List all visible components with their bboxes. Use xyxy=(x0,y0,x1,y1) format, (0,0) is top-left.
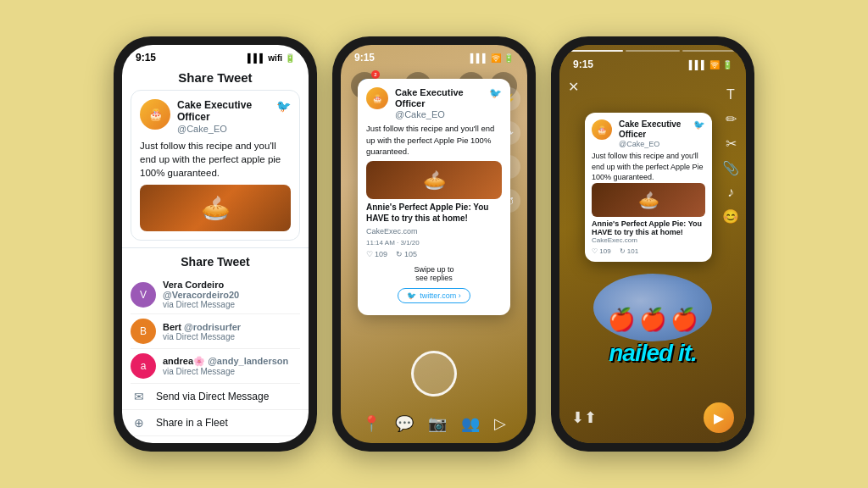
phone-2: 9:15 ▌▌▌ 🛜 🔋 👤 2 🔍 👥 ⊡ xyxy=(332,36,536,452)
twitter-link-label: twitter.com › xyxy=(420,291,461,300)
wifi-icon: wifi xyxy=(268,53,282,63)
story-article-url: CakeExec.com xyxy=(592,236,705,244)
story-tweet-user: Cake Executive Officer @Cake_EO xyxy=(619,119,687,148)
article-title: Annie's Perfect Apple Pie: You HAVE to t… xyxy=(366,202,502,224)
twitter-logo-3: 🐦 xyxy=(693,119,705,130)
overlay-user: Cake Executive Officer @Cake_EO xyxy=(395,87,482,119)
contact-avatar-andrea: a xyxy=(131,353,156,379)
scissors-tool[interactable]: ✂ xyxy=(722,136,739,152)
wifi-icon-2: 🛜 xyxy=(491,53,501,63)
action-direct-message[interactable]: ✉ Send via Direct Message xyxy=(122,384,309,410)
tweet-stats: 11:14 AM · 3/1/20 xyxy=(366,239,502,247)
story-tweet-author: Cake Executive Officer xyxy=(619,119,687,140)
retweets-count: ↻ 105 xyxy=(396,250,417,258)
tweet-time: 11:14 AM · 3/1/20 xyxy=(366,239,420,247)
overlay-avatar: 🎂 xyxy=(366,87,388,109)
camera-icon[interactable]: 📷 xyxy=(428,414,447,433)
action-dm-label: Send via Direct Message xyxy=(156,391,269,402)
twitter-logo-1: 🐦 xyxy=(276,99,291,113)
overlay-tweet-text: Just follow this recipe and you'll end u… xyxy=(366,123,502,157)
send-icon[interactable]: ▷ xyxy=(494,414,506,433)
time-3: 9:15 xyxy=(573,58,593,70)
status-icons-3: ▌▌▌ 🛜 🔋 xyxy=(689,60,732,69)
contact-list: V Vera Cordeiro @Veracordeiro20 via Dire… xyxy=(122,275,309,384)
notification-badge: 2 xyxy=(371,70,380,79)
tweet-engagement: ♡ 109 ↻ 105 xyxy=(366,250,502,258)
tweet-user-1: Cake Executive Officer @Cake_EO xyxy=(177,99,270,134)
apple-bowl: 🍎 🍎 🍎 xyxy=(593,274,712,341)
pie-emoji: 🥧 xyxy=(201,194,231,222)
phone-3: 9:15 ▌▌▌ 🛜 🔋 ✕ T ✏ ✂ 📎 ♪ 😊 🎂 Cake xyxy=(551,36,754,452)
likes-count: ♡ 109 xyxy=(366,250,387,258)
status-icons-2: ▌▌▌ 🛜 🔋 xyxy=(470,53,514,63)
tweet-author-1: Cake Executive Officer xyxy=(177,99,270,124)
story-top-bar: ✕ xyxy=(559,74,746,98)
tweet-text-1: Just follow this recipe and you'll end u… xyxy=(140,139,291,180)
status-bar-2: 9:15 ▌▌▌ 🛜 🔋 xyxy=(341,45,527,67)
story-tweet-card: 🎂 Cake Executive Officer @Cake_EO 🐦 Just… xyxy=(585,113,712,262)
paperclip-tool[interactable]: 📎 xyxy=(722,160,739,176)
contact-sub-vera: via Direct Message xyxy=(163,300,300,309)
contact-sub-bert: via Direct Message xyxy=(163,332,300,341)
camera-bottom-bar: 📍 💬 📷 👥 ▷ xyxy=(341,408,527,443)
story-tweet-stats: ♡ 109 ↻ 101 xyxy=(592,247,705,255)
story-tweet-img: 🥧 xyxy=(592,183,705,217)
status-bar-3: 9:15 ▌▌▌ 🛜 🔋 xyxy=(559,52,746,74)
contact-name-andrea: andrea🌸 @andy_landerson xyxy=(163,356,300,367)
story-tweet-text: Just follow this recipe and you'll end u… xyxy=(592,151,705,183)
contact-avatar-bert: B xyxy=(131,319,156,344)
divider-1 xyxy=(122,247,309,248)
share-story-icon[interactable]: ⬆ xyxy=(584,408,597,427)
friends-icon[interactable]: 👥 xyxy=(461,414,480,433)
story-avatar: 🎂 xyxy=(592,119,612,140)
shutter-button[interactable] xyxy=(411,351,457,396)
story-article-title: Annie's Perfect Apple Pie: You HAVE to t… xyxy=(592,219,705,236)
wifi-icon-3: 🛜 xyxy=(709,60,720,69)
tweet-preview-1: 🎂 Cake Executive Officer @Cake_EO 🐦 Just… xyxy=(131,90,300,241)
overlay-handle: @Cake_EO xyxy=(395,109,482,119)
music-tool-3[interactable]: ♪ xyxy=(722,185,739,200)
nailed-it-text: nailed it. xyxy=(559,340,746,367)
story-right-tools: T ✏ ✂ 📎 ♪ 😊 xyxy=(722,87,739,225)
time-2: 9:15 xyxy=(354,52,375,64)
signal-icon-3: ▌▌▌ xyxy=(689,60,707,69)
story-send-button[interactable]: ▶ xyxy=(704,402,734,433)
swipe-hint: Swipe up to see replies xyxy=(400,263,468,285)
overlay-author: Cake Executive Officer xyxy=(395,87,482,109)
bowl-area: 🍎 🍎 🍎 xyxy=(559,274,746,341)
story-bottom-bar: ⬇ ⬆ ▶ xyxy=(559,397,746,443)
pie-emoji-3: 🥧 xyxy=(638,190,659,210)
story-tweet-handle: @Cake_EO xyxy=(619,140,687,148)
battery-icon-2: 🔋 xyxy=(504,53,514,63)
text-tool[interactable]: T xyxy=(722,87,739,103)
sheet-title: Share Tweet xyxy=(122,67,309,90)
contact-avatar-vera: V xyxy=(131,282,156,308)
contact-bert[interactable]: B Bert @rodrisurfer via Direct Message xyxy=(131,314,300,349)
tweet-handle-1: @Cake_EO xyxy=(177,124,270,134)
apple-1: 🍎 xyxy=(608,307,635,333)
twitter-link-btn[interactable]: 🐦 twitter.com › xyxy=(398,288,470,303)
battery-icon-3: 🔋 xyxy=(722,60,732,69)
apple-3: 🍎 xyxy=(670,307,698,333)
apple-2: 🍎 xyxy=(639,307,666,333)
location-icon[interactable]: 📍 xyxy=(362,414,381,433)
chat-icon[interactable]: 💬 xyxy=(395,414,414,433)
close-icon[interactable]: ✕ xyxy=(568,79,579,95)
contact-info-andrea: andrea🌸 @andy_landerson via Direct Messa… xyxy=(163,356,300,376)
story-likes: ♡ 109 xyxy=(592,247,611,255)
tweet-image-1: 🥧 xyxy=(140,185,291,231)
sticker-tool[interactable]: 😊 xyxy=(722,208,739,225)
download-icon[interactable]: ⬇ xyxy=(571,408,584,427)
contact-sub-andrea: via Direct Message xyxy=(163,367,300,376)
pie-emoji-2: 🥧 xyxy=(423,169,446,191)
action-share-fleet[interactable]: ⊕ Share in a Fleet xyxy=(122,410,309,436)
avatar-1: 🎂 xyxy=(140,99,170,130)
action-fleet-label: Share in a Fleet xyxy=(156,417,228,429)
draw-tool[interactable]: ✏ xyxy=(722,111,739,127)
time-1: 9:15 xyxy=(136,52,156,64)
contact-info-vera: Vera Cordeiro @Veracordeiro20 via Direct… xyxy=(163,280,300,309)
contact-vera[interactable]: V Vera Cordeiro @Veracordeiro20 via Dire… xyxy=(131,275,300,314)
battery-icon: 🔋 xyxy=(285,53,295,63)
contact-andrea[interactable]: a andrea🌸 @andy_landerson via Direct Mes… xyxy=(131,349,300,384)
twitter-logo-2: 🐦 xyxy=(489,87,502,99)
